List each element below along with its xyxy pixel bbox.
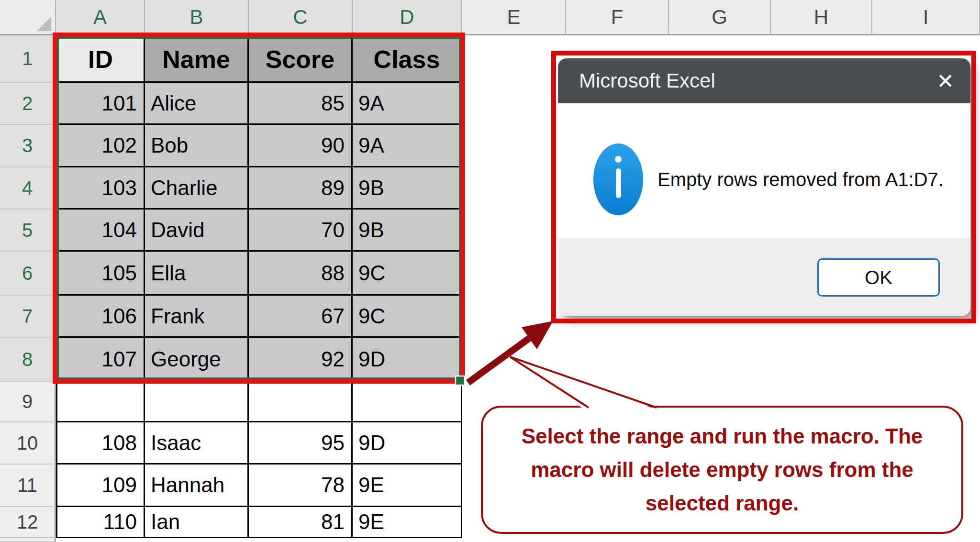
cell-B2[interactable]: Alice [145,83,249,125]
cell-D9[interactable] [353,382,462,422]
cell-B10[interactable]: Isaac [145,422,249,465]
cell-C1[interactable]: Score [249,35,353,83]
cell-B5[interactable]: David [145,210,249,252]
row-header-13-partial [0,538,56,542]
cell-B8[interactable]: George [145,338,249,382]
cell-C5[interactable]: 70 [249,210,353,252]
row-header-1[interactable]: 1 [0,35,56,83]
cell-C10[interactable]: 95 [249,422,353,465]
cell-D1[interactable]: Class [353,35,462,83]
cell-B7[interactable]: Frank [145,296,249,338]
cell-D6[interactable]: 9C [353,252,462,296]
callout-tail [510,357,659,410]
row-header-9[interactable]: 9 [0,382,56,422]
cell-C9[interactable] [249,382,353,422]
cell-D3[interactable]: 9A [353,125,462,167]
arrow-shaft [468,338,529,383]
select-all-triangle-icon [37,17,51,31]
cell-A8[interactable]: 107 [56,338,145,382]
cell-C6[interactable]: 88 [249,252,353,296]
callout-line: selected range. [483,487,961,520]
dialog-message: Empty rows removed from A1:D7. [657,144,944,215]
cell-A4[interactable]: 103 [56,167,145,210]
cell-A7[interactable]: 106 [56,296,145,338]
column-header-A[interactable]: A [56,0,145,34]
cell-D8[interactable]: 9D [353,338,462,382]
cell-B1[interactable]: Name [145,35,249,83]
cell-C12[interactable]: 81 [249,507,353,538]
cell-A11[interactable]: 109 [56,465,145,507]
callout-line: Select the range and run the macro. The [483,420,961,453]
row-header-8[interactable]: 8 [0,338,56,382]
cell-C7[interactable]: 67 [249,296,353,338]
cell-A6[interactable]: 105 [56,252,145,296]
column-header-strip: ABCDEFGHI [0,0,980,35]
column-header-D[interactable]: D [353,0,462,34]
column-header-F[interactable]: F [566,0,669,34]
row-header-5[interactable]: 5 [0,210,56,252]
cell-D2[interactable]: 9A [353,83,462,125]
cell-B11[interactable]: Hannah [145,465,249,507]
cell-C2[interactable]: 85 [249,83,353,125]
excel-screenshot: ABCDEFGHI 123456789101112IDNameScoreClas… [0,0,980,542]
column-header-E[interactable]: E [462,0,566,34]
arrow-head-icon [522,321,553,349]
cell-A5[interactable]: 104 [56,210,145,252]
dialog-body: Empty rows removed from A1:D7. [558,103,970,238]
cell-A10[interactable]: 108 [56,422,145,465]
cell-B12[interactable]: Ian [145,507,249,538]
cell-B9[interactable] [145,382,249,422]
ok-button[interactable]: OK [817,258,940,297]
dialog-footer: OK [558,238,970,316]
cell-D7[interactable]: 9C [353,296,462,338]
dialog-titlebar[interactable]: Microsoft Excel ✕ [558,58,970,103]
cell-A2[interactable]: 101 [56,83,145,125]
info-icon [593,144,643,215]
callout-note: Select the range and run the macro. The … [481,406,963,534]
close-icon[interactable]: ✕ [936,58,954,103]
cell-D10[interactable]: 9D [353,422,462,465]
column-header-I[interactable]: I [872,0,980,34]
cell-A1[interactable]: ID [56,35,145,83]
row-header-12[interactable]: 12 [0,507,56,538]
cell-C4[interactable]: 89 [249,167,353,210]
cell-B6[interactable]: Ella [145,252,249,296]
row-header-10[interactable]: 10 [0,422,56,465]
cell-D12[interactable]: 9E [353,507,462,538]
excel-message-dialog: Microsoft Excel ✕ Empty rows removed fro… [558,58,970,316]
row-header-2[interactable]: 2 [0,83,56,125]
cell-D4[interactable]: 9B [353,167,462,210]
row-header-3[interactable]: 3 [0,125,56,167]
dialog-title: Microsoft Excel [558,69,715,92]
row-header-6[interactable]: 6 [0,252,56,296]
cell-A9[interactable] [56,382,145,422]
column-header-C[interactable]: C [249,0,353,34]
select-all-button[interactable] [0,0,56,34]
cell-C3[interactable]: 90 [249,125,353,167]
row-header-4[interactable]: 4 [0,167,56,210]
cell-D5[interactable]: 9B [353,210,462,252]
callout-line: macro will delete empty rows from the [483,453,961,487]
column-header-G[interactable]: G [669,0,771,34]
row-header-11[interactable]: 11 [0,465,56,507]
cell-C8[interactable]: 92 [249,338,353,382]
cell-A12[interactable]: 110 [56,507,145,538]
cell-B4[interactable]: Charlie [145,167,249,210]
cell-C11[interactable]: 78 [249,465,353,507]
cell-B3[interactable]: Bob [145,125,249,167]
cell-A3[interactable]: 102 [56,125,145,167]
cell-D11[interactable]: 9E [353,465,462,507]
row-header-7[interactable]: 7 [0,296,56,338]
column-header-H[interactable]: H [771,0,872,34]
column-header-B[interactable]: B [145,0,249,34]
